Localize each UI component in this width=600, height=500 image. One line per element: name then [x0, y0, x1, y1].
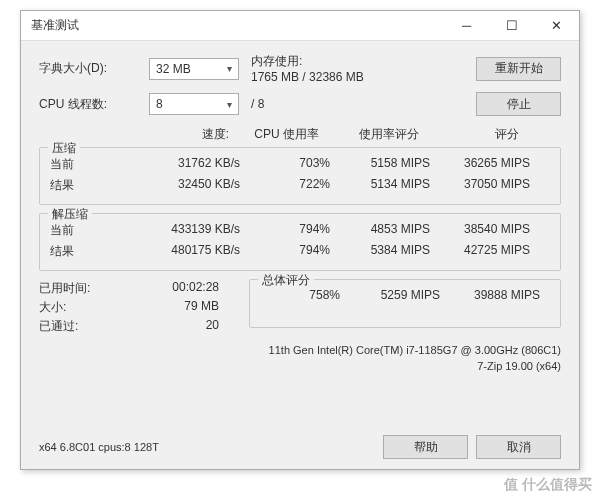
threads-select[interactable]: 8 ▾	[149, 93, 239, 115]
watermark: 值 什么值得买	[504, 476, 592, 494]
titlebar: 基准测试 ─ ☐ ✕	[21, 11, 579, 41]
elapsed-value: 00:02:28	[119, 280, 219, 297]
minimize-button[interactable]: ─	[444, 11, 489, 41]
content: 字典大小(D): 32 MB ▾ 内存使用: 1765 MB / 32386 M…	[21, 41, 579, 380]
compress-title: 压缩	[48, 140, 80, 157]
dict-size-value: 32 MB	[156, 62, 191, 76]
cpu-info: 11th Gen Intel(R) Core(TM) i7-1185G7 @ 3…	[39, 344, 561, 356]
restart-button[interactable]: 重新开始	[476, 57, 561, 81]
header-cpu: CPU 使用率	[229, 126, 319, 143]
passes-value: 20	[119, 318, 219, 335]
version-text: x64 6.8C01 cpus:8 128T	[39, 441, 375, 453]
dict-size-select[interactable]: 32 MB ▾	[149, 58, 239, 80]
chevron-down-icon: ▾	[227, 63, 232, 74]
maximize-button[interactable]: ☐	[489, 11, 534, 41]
table-row: 结果 32450 KB/s 722% 5134 MIPS 37050 MIPS	[50, 175, 550, 196]
benchmark-window: 基准测试 ─ ☐ ✕ 字典大小(D): 32 MB ▾ 内存使用: 1765 M…	[20, 10, 580, 470]
decompress-title: 解压缩	[48, 206, 92, 223]
cancel-button[interactable]: 取消	[476, 435, 561, 459]
dict-size-label: 字典大小(D):	[39, 60, 149, 77]
size-value: 79 MB	[119, 299, 219, 316]
table-row: 当前 31762 KB/s 703% 5158 MIPS 36265 MIPS	[50, 154, 550, 175]
window-title: 基准测试	[21, 17, 444, 34]
header-rating: 使用率评分	[319, 126, 419, 143]
header-score: 评分	[419, 126, 519, 143]
memory-value: 1765 MB / 32386 MB	[251, 70, 364, 84]
threads-total: / 8	[251, 97, 264, 111]
stats-panel: 已用时间:00:02:28 大小:79 MB 已通过:20	[39, 279, 239, 336]
table-row: 当前 433139 KB/s 794% 4853 MIPS 38540 MIPS	[50, 220, 550, 241]
memory-info: 内存使用: 1765 MB / 32386 MB	[251, 53, 364, 84]
stop-button[interactable]: 停止	[476, 92, 561, 116]
footer: x64 6.8C01 cpus:8 128T 帮助 取消	[39, 435, 561, 459]
close-button[interactable]: ✕	[534, 11, 579, 41]
column-headers: 速度: CPU 使用率 使用率评分 评分	[39, 124, 561, 147]
header-speed: 速度:	[99, 126, 229, 143]
decompress-group: 解压缩 当前 433139 KB/s 794% 4853 MIPS 38540 …	[39, 213, 561, 271]
app-info: 7-Zip 19.00 (x64)	[39, 360, 561, 372]
total-title: 总体评分	[258, 272, 314, 289]
chevron-down-icon: ▾	[227, 99, 232, 110]
table-row: 结果 480175 KB/s 794% 5384 MIPS 42725 MIPS	[50, 241, 550, 262]
help-button[interactable]: 帮助	[383, 435, 468, 459]
memory-label: 内存使用:	[251, 53, 364, 70]
compress-group: 压缩 当前 31762 KB/s 703% 5158 MIPS 36265 MI…	[39, 147, 561, 205]
total-group: 总体评分 758% 5259 MIPS 39888 MIPS	[249, 279, 561, 328]
threads-value: 8	[156, 97, 163, 111]
threads-label: CPU 线程数:	[39, 96, 149, 113]
